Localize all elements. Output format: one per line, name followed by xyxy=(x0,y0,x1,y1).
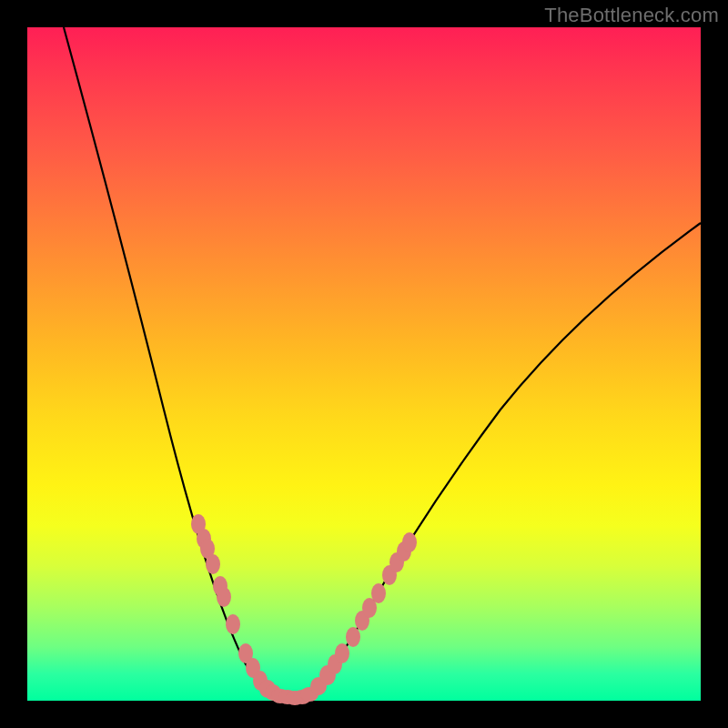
marker-dot xyxy=(402,532,417,552)
marker-dot xyxy=(371,583,386,603)
marker-dot xyxy=(335,643,349,663)
chart-frame: TheBottleneck.com xyxy=(0,0,728,728)
marker-dot xyxy=(217,587,231,607)
watermark-text: TheBottleneck.com xyxy=(544,4,719,27)
curve-layer xyxy=(27,27,701,701)
marker-dot xyxy=(346,627,360,647)
marker-dot xyxy=(226,614,240,634)
plot-area xyxy=(27,27,701,701)
marker-dot xyxy=(206,554,220,574)
